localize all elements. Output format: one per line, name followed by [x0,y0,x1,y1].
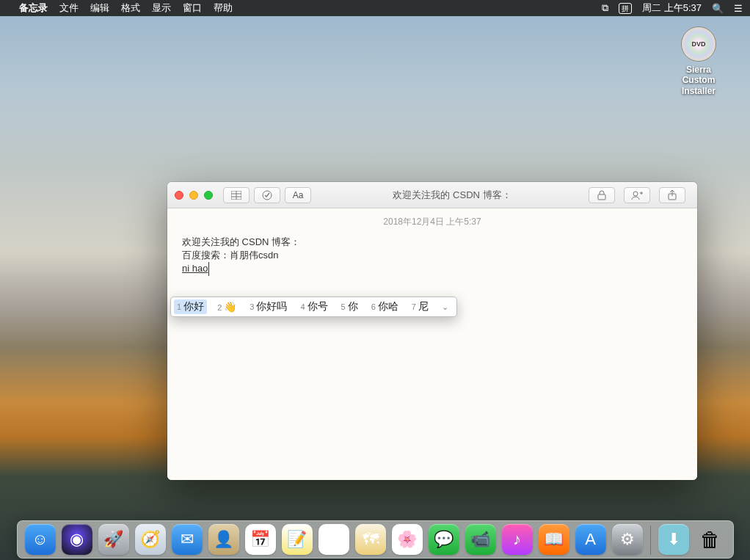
ime-candidate[interactable]: 5你 [338,299,361,314]
dock-notes[interactable]: 📝 [282,524,313,555]
dock-appstore[interactable]: A [575,524,606,555]
input-method-icon[interactable]: 拼 [619,3,632,14]
menu-edit[interactable]: 编辑 [90,1,109,15]
add-people-button[interactable] [624,187,650,203]
ime-candidate[interactable]: 6你哈 [368,299,401,314]
share-button[interactable] [659,187,685,203]
svg-rect-5 [598,194,605,200]
menu-app[interactable]: 备忘录 [19,1,48,15]
window-title: 欢迎关注我的 CSDN 博客： [316,189,589,202]
font-style-button[interactable]: Aa [285,187,311,203]
ime-candidate[interactable]: 1你好 [174,299,207,314]
dock-calendar[interactable]: 📅 [245,524,276,555]
desktop-icon-label: Sierra Custom Installer [669,65,728,96]
ime-candidate[interactable]: 4你号 [297,299,330,314]
titlebar[interactable]: Aa 欢迎关注我的 CSDN 博客： [167,182,697,208]
dock-itunes[interactable]: ♪ [502,524,533,555]
notes-window: Aa 欢迎关注我的 CSDN 博客： 2018年12月4日 上午5:37 欢迎关… [167,182,697,480]
list-view-button[interactable] [223,187,250,203]
dock-preferences[interactable]: ⚙ [612,524,643,555]
dock-facetime[interactable]: 📹 [465,524,496,555]
dock-launchpad[interactable]: 🚀 [98,524,129,555]
dock-trash[interactable]: 🗑 [695,524,726,555]
menu-window[interactable]: 窗口 [183,1,202,15]
lock-button[interactable] [589,187,615,203]
dock-finder[interactable]: ☺ [25,524,56,555]
dock-mail[interactable]: ✉ [172,524,203,555]
ime-expand-icon[interactable]: ⌄ [439,300,452,313]
note-timestamp: 2018年12月4日 上午5:37 [182,216,682,228]
minimize-icon[interactable] [189,191,198,200]
menu-help[interactable]: 帮助 [214,1,233,15]
ime-candidate[interactable]: 7尼 [409,299,432,314]
menubar-clock[interactable]: 周二 上午5:37 [642,1,702,15]
dock-downloads[interactable]: ⬇ [658,524,689,555]
svg-point-6 [633,192,638,196]
note-line: ni hao [182,262,682,275]
dock-reminders[interactable]: ☑ [318,524,349,555]
dock-messages[interactable]: 💬 [429,524,459,555]
ime-candidate-bar: 1你好 2👋 3你好吗 4你号 5你 6你哈 7尼 ⌄ [170,297,457,317]
dock-contacts[interactable]: 👤 [208,524,239,555]
dock-safari[interactable]: 🧭 [135,524,166,555]
ime-candidate[interactable]: 2👋 [214,300,239,313]
ime-candidate[interactable]: 3你好吗 [247,299,290,314]
dock-maps[interactable]: 🗺 [355,524,386,555]
menu-view[interactable]: 显示 [152,1,171,15]
menu-file[interactable]: 文件 [59,1,79,15]
note-editor[interactable]: 2018年12月4日 上午5:37 欢迎关注我的 CSDN 博客： 百度搜索：肖… [167,208,697,480]
ime-composition: ni hao [182,262,209,275]
notification-center-icon[interactable]: ☰ [734,3,743,14]
zoom-icon[interactable] [204,191,213,200]
menu-format[interactable]: 格式 [121,1,140,15]
dock-separator [650,526,651,555]
desktop-icon-dvd[interactable]: DVD Sierra Custom Installer [669,26,728,96]
checklist-button[interactable] [254,187,280,203]
dvd-icon: DVD [681,26,716,62]
note-line: 欢迎关注我的 CSDN 博客： [182,236,682,249]
dock-siri[interactable]: ◉ [62,524,92,555]
dock-ibooks[interactable]: 📖 [539,524,569,555]
dock: ☺◉🚀🧭✉👤📅📝☑🗺🌸💬📹♪📖A⚙⬇🗑 [17,520,734,559]
airplay-icon[interactable]: ⧉ [602,2,608,14]
close-icon[interactable] [175,191,183,200]
dock-photos[interactable]: 🌸 [392,524,423,555]
spotlight-icon[interactable]: 🔍 [712,3,724,14]
note-line: 百度搜索：肖朋伟csdn [182,249,682,262]
menubar: 备忘录 文件 编辑 格式 显示 窗口 帮助 ⧉ 拼 周二 上午5:37 🔍 ☰ [0,0,750,16]
